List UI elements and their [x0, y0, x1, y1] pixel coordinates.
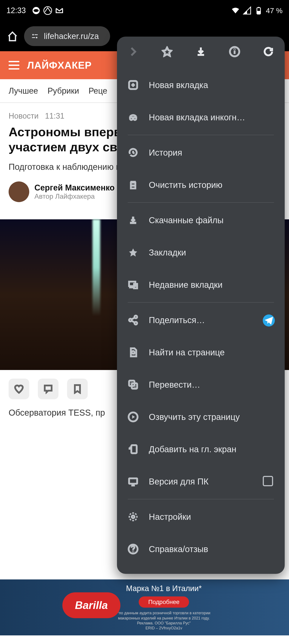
trash-icon	[128, 180, 138, 190]
svg-rect-7	[34, 34, 38, 35]
find-in-page-icon	[128, 347, 138, 358]
menu-clear-history[interactable]: Очистить историю	[117, 169, 285, 201]
menu-translate[interactable]: G文 Перевести…	[117, 368, 285, 401]
svg-line-25	[134, 353, 135, 354]
ad-logo: Barilla	[62, 592, 120, 618]
svg-point-19	[134, 316, 137, 318]
tab-recipes[interactable]: Реце	[89, 86, 107, 96]
svg-rect-31	[131, 445, 137, 453]
menu-divider	[128, 499, 274, 499]
menu-divider	[128, 135, 274, 135]
battery-icon	[254, 6, 263, 15]
comment-button[interactable]	[38, 378, 58, 399]
forward-button[interactable]	[128, 46, 139, 57]
telegram-icon	[263, 314, 274, 326]
like-button[interactable]	[8, 378, 29, 399]
ad-slogan: Марка №1 в Италии*	[126, 584, 202, 593]
svg-point-8	[36, 37, 37, 38]
home-button[interactable]	[6, 30, 18, 42]
wifi-icon	[231, 6, 240, 15]
author-avatar	[8, 182, 29, 202]
battery-percent: 47 %	[266, 6, 283, 15]
devices-icon	[128, 280, 138, 290]
svg-rect-5	[258, 7, 259, 8]
svg-point-21	[134, 322, 137, 324]
info-button[interactable]	[229, 46, 240, 57]
translate-icon: G文	[128, 379, 138, 390]
gear-icon	[128, 512, 138, 522]
notification-icon-2	[43, 6, 52, 15]
star-button[interactable]	[162, 46, 173, 57]
play-circle-icon	[128, 412, 138, 422]
svg-point-12	[234, 49, 235, 50]
site-logo[interactable]: ЛАЙФХАКЕР	[27, 60, 92, 71]
menu-bookmarks[interactable]: Закладки	[117, 236, 285, 268]
status-time: 12:33	[6, 6, 26, 15]
menu-help[interactable]: Справка/отзыв	[117, 533, 285, 565]
plus-square-icon	[128, 80, 138, 90]
url-bar[interactable]: lifehacker.ru/za	[24, 26, 110, 46]
download-button[interactable]	[195, 46, 206, 57]
svg-line-22	[132, 318, 135, 320]
svg-point-1	[33, 9, 38, 12]
menu-new-tab[interactable]: Новая вкладка	[117, 69, 285, 101]
status-right-icons: 47 %	[231, 6, 283, 15]
signal-icon	[243, 6, 251, 15]
menu-incognito[interactable]: Новая вкладка инкогн…	[117, 101, 285, 134]
status-left-icons	[32, 6, 64, 15]
ad-banner[interactable]: Barilla Марка №1 в Италии* Подробнее *по…	[0, 580, 289, 636]
ad-cta-button[interactable]: Подробнее	[139, 596, 189, 608]
url-text: lifehacker.ru/za	[44, 32, 99, 41]
desktop-icon	[128, 476, 138, 487]
svg-point-20	[129, 319, 132, 322]
article-time: 11:31	[45, 112, 64, 120]
svg-text:G: G	[131, 382, 133, 385]
tab-best[interactable]: Лучшее	[8, 86, 38, 96]
menu-share[interactable]: Поделиться…	[117, 304, 285, 336]
menu-downloads[interactable]: Скачанные файлы	[117, 204, 285, 236]
svg-rect-4	[257, 11, 261, 14]
notification-icon-1	[32, 6, 40, 15]
menu-desktop-site[interactable]: Версия для ПК	[117, 465, 285, 498]
svg-line-23	[132, 321, 135, 322]
menu-read-aloud[interactable]: Озвучить эту страницу	[117, 401, 285, 433]
downloads-icon	[128, 215, 138, 226]
gesture-bar[interactable]	[114, 639, 175, 641]
menu-top-actions	[117, 36, 285, 67]
svg-point-6	[32, 34, 34, 36]
share-icon	[128, 315, 138, 326]
hamburger-menu-icon[interactable]	[8, 61, 19, 70]
author-name: Сергей Максименко	[34, 183, 115, 192]
add-to-homescreen-icon	[128, 444, 138, 454]
site-settings-icon	[30, 32, 39, 40]
svg-point-35	[132, 516, 135, 518]
help-icon	[128, 544, 138, 554]
menu-find[interactable]: Найти на странице	[117, 336, 285, 368]
menu-settings[interactable]: Настройки	[117, 501, 285, 533]
svg-point-37	[133, 551, 133, 552]
menu-recent-tabs[interactable]: Недавние вкладки	[117, 268, 285, 301]
menu-divider	[128, 202, 274, 203]
history-icon	[128, 147, 138, 158]
status-bar: 12:33 47 %	[0, 0, 289, 21]
author-role: Автор Лайфхакера	[34, 192, 115, 200]
browser-menu: Новая вкладка Новая вкладка инкогн… Исто…	[117, 36, 285, 574]
svg-rect-9	[32, 37, 35, 38]
menu-divider	[128, 302, 274, 303]
svg-rect-32	[129, 478, 137, 484]
svg-text:文: 文	[134, 385, 137, 388]
bookmark-button[interactable]	[67, 378, 88, 399]
menu-history[interactable]: История	[117, 136, 285, 169]
ad-fineprint: *по данным аудита розничной торговли в к…	[117, 611, 211, 631]
reload-button[interactable]	[263, 46, 274, 57]
checkbox-unchecked[interactable]	[263, 476, 274, 487]
gmail-icon	[55, 6, 64, 15]
incognito-icon	[128, 112, 138, 123]
tab-rubrics[interactable]: Рубрики	[47, 86, 79, 96]
article-category[interactable]: Новости	[8, 112, 38, 120]
menu-add-home[interactable]: Добавить на гл. экран	[117, 433, 285, 465]
star-filled-icon	[128, 247, 138, 258]
